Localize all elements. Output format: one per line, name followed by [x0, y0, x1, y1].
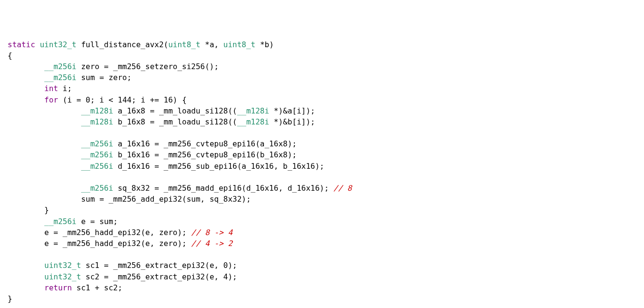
- space: [178, 95, 182, 104]
- end: );: [288, 139, 297, 148]
- var-sc1: sc1: [86, 261, 100, 270]
- bracket-open: [: [292, 117, 297, 126]
- paren-close: ): [278, 106, 283, 115]
- code-line-10: __m256i a_16x16 = _mm256_cvtepu8_epi16(a…: [8, 139, 297, 148]
- end: );: [177, 239, 186, 248]
- arg1: sum: [187, 195, 201, 204]
- cast-m128i: __m128i: [237, 117, 269, 126]
- space: [187, 239, 191, 248]
- semi: ;: [90, 95, 99, 104]
- var-sc2: sc2: [86, 272, 100, 281]
- arg2: zero: [159, 228, 178, 237]
- space: [269, 117, 274, 126]
- indent: [8, 84, 44, 93]
- plus-equals: +=: [145, 95, 164, 104]
- var-sc1: sc1: [77, 283, 91, 292]
- num-16: 16: [164, 95, 173, 104]
- var-i: i: [141, 95, 145, 104]
- code-line-23: return sc1 + sc2;: [8, 283, 122, 292]
- code-line-12: __m256i d_16x16 = _mm256_sub_epi16(a_16x…: [8, 162, 324, 171]
- comma: ,: [278, 184, 287, 193]
- fn-cvtepu8: _mm256_cvtepu8_epi16: [164, 139, 256, 148]
- type-m256i: __m256i: [44, 217, 76, 226]
- num-144: 144: [118, 95, 131, 104]
- type-m256i: __m256i: [81, 162, 113, 171]
- var-e: e: [81, 217, 86, 226]
- var-i: i: [67, 95, 72, 104]
- space: [113, 106, 118, 115]
- paren-open: (: [182, 195, 187, 204]
- equals: =: [150, 184, 164, 193]
- paren-open: (: [205, 261, 210, 270]
- code-line-14: __m256i sq_8x32 = _mm256_madd_epi16(d_16…: [8, 184, 352, 193]
- end: );: [228, 261, 237, 270]
- paren-open: (: [141, 228, 145, 237]
- comment-4-2: // 4 -> 2: [191, 239, 232, 248]
- type-uint8-a: uint8_t: [168, 40, 200, 49]
- indent: [8, 62, 44, 71]
- paren-open: (: [242, 184, 246, 193]
- paren-open: ((: [228, 106, 237, 115]
- param-a: a: [210, 40, 214, 49]
- arg1: e: [145, 239, 150, 248]
- space: [269, 106, 274, 115]
- space: [77, 73, 81, 82]
- code-line-15: sum = _mm256_add_epi32(sum, sq_8x32);: [8, 195, 251, 204]
- indent: [8, 106, 81, 115]
- comma: ,: [214, 272, 223, 281]
- comment-8-4: // 8 -> 4: [191, 228, 232, 237]
- star: *: [274, 117, 279, 126]
- type-int: int: [44, 84, 58, 93]
- equals: =: [145, 117, 159, 126]
- var-i: i: [63, 84, 68, 93]
- var-e: e: [44, 228, 49, 237]
- indent: [8, 239, 44, 248]
- fn-hadd: _mm256_hadd_epi32: [63, 228, 141, 237]
- type-m256i: __m256i: [81, 184, 113, 193]
- pointer-star-b: *: [260, 40, 265, 49]
- paren-close: ): [173, 95, 178, 104]
- equals: =: [100, 261, 113, 270]
- arr-b: b: [288, 117, 292, 126]
- idx-i: i: [297, 117, 302, 126]
- semi: ;: [131, 95, 141, 104]
- indent: [8, 217, 44, 226]
- equals: =: [100, 272, 113, 281]
- arg1: e: [210, 272, 214, 281]
- code-line-6: for (i = 0; i < 144; i += 16) {: [8, 95, 187, 104]
- semi: ;: [118, 283, 122, 292]
- semi: ;: [113, 217, 118, 226]
- space: [187, 228, 191, 237]
- equals: =: [49, 228, 63, 237]
- type-m256i: __m256i: [44, 62, 76, 71]
- fn-extract: _mm256_extract_epi32: [113, 261, 205, 270]
- var-zero: zero: [109, 73, 127, 82]
- type-uint8-b: uint8_t: [223, 40, 255, 49]
- code-line-18: e = _mm256_hadd_epi32(e, zero); // 8 -> …: [8, 228, 232, 237]
- brace-open: {: [182, 95, 187, 104]
- cast-m128i: __m128i: [237, 106, 269, 115]
- indent: [8, 139, 81, 148]
- indent: [8, 162, 81, 171]
- equals: =: [145, 106, 159, 115]
- call: ();: [205, 62, 219, 71]
- paren-close: ): [269, 40, 274, 49]
- code-line-19: e = _mm256_hadd_epi32(e, zero); // 4 -> …: [8, 239, 232, 248]
- space: [77, 62, 81, 71]
- equals: =: [150, 150, 164, 159]
- code-line-3: __m256i zero = _mm256_setzero_si256();: [8, 62, 219, 71]
- space: [81, 272, 86, 281]
- brace-open: {: [8, 51, 12, 60]
- fn-add: _mm256_add_epi32: [109, 195, 182, 204]
- var-zero: zero: [81, 62, 100, 71]
- comma: ,: [274, 162, 283, 171]
- arg1: d_16x16: [246, 184, 278, 193]
- fn-sub: _mm256_sub_epi16: [164, 162, 237, 171]
- code-line-21: uint32_t sc1 = _mm256_extract_epi32(e, 0…: [8, 261, 237, 270]
- lt: <: [104, 95, 118, 104]
- arg2: d_16x16: [288, 184, 320, 193]
- indent: [8, 117, 81, 126]
- var-a16x16: a_16x16: [118, 139, 150, 148]
- amp: &: [283, 106, 288, 115]
- paren-open: (: [237, 162, 242, 171]
